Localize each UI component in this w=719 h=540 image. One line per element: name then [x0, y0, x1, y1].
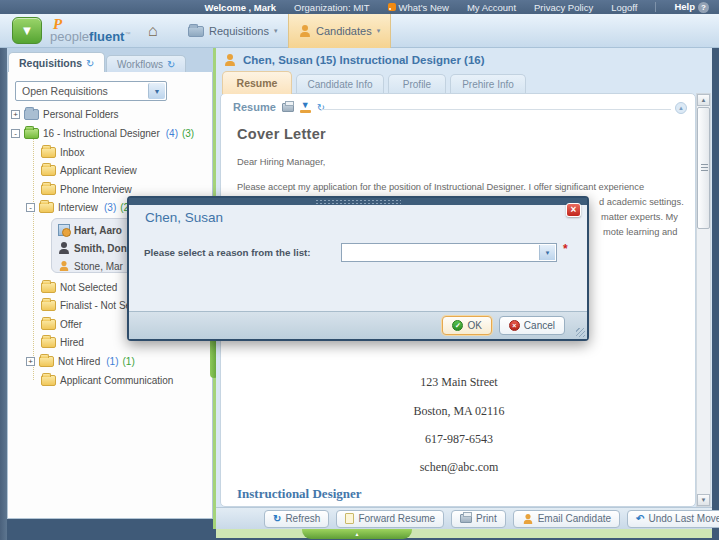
candidate-item-smith[interactable]: Smith, Don	[58, 240, 127, 256]
tree-item-phone-interview[interactable]: Phone Interview	[41, 181, 132, 197]
requisition-filter-select[interactable]: Open Requisitions ▼	[15, 81, 167, 101]
resize-grip[interactable]	[576, 328, 585, 337]
scroll-down-icon[interactable]: ▼	[697, 494, 710, 506]
new-count: (1)	[122, 356, 134, 367]
my-account-link[interactable]: My Account	[467, 2, 516, 13]
stage-folder-icon	[41, 184, 56, 195]
print-icon[interactable]	[282, 103, 294, 112]
resume-panel-header: Resume ▼ ↻	[233, 101, 325, 113]
tree-item-offer[interactable]: Offer	[41, 316, 82, 332]
tab-requisitions[interactable]: Requisitions ↻	[8, 52, 105, 73]
help-icon[interactable]: ?	[698, 2, 709, 13]
peoplefluent-logo: P peoplefluent™	[50, 19, 145, 43]
cancel-button[interactable]: × Cancel	[499, 316, 565, 335]
help-link[interactable]: Help?	[674, 1, 709, 13]
salutation-text: Dear Hiring Manager,	[237, 157, 325, 167]
cover-letter-line-2: d academic settings.	[599, 197, 684, 207]
tree-connector-line	[33, 134, 34, 380]
ok-check-icon: ✓	[452, 320, 463, 331]
collapse-icon[interactable]: -	[26, 203, 35, 212]
reason-dialog: Chen, Susan × Please select a reason fro…	[127, 196, 589, 341]
tab-candidate-info[interactable]: Candidate Info	[296, 74, 384, 94]
tree-item-finalist-not-selected[interactable]: Finalist - Not Sele	[41, 297, 139, 313]
stage-folder-icon	[41, 282, 56, 293]
collapse-icon[interactable]: -	[11, 129, 20, 138]
home-icon: ⌂	[148, 22, 158, 40]
main-nav-bar: ▼ P peoplefluent™ ⌂ Requisitions ▾ Candi…	[0, 14, 719, 48]
stage-folder-icon	[41, 147, 56, 158]
undo-icon: ↶	[636, 513, 644, 524]
stage-folder-icon	[41, 165, 56, 176]
stage-folder-icon	[41, 319, 56, 330]
candidates-menu[interactable]: Candidates ▾	[288, 14, 391, 48]
candidate-header: Chen, Susan (15) Instructional Designer …	[224, 54, 485, 66]
divider	[655, 2, 656, 12]
tab-resume[interactable]: Resume	[222, 71, 292, 94]
logoff-link[interactable]: Logoff	[611, 2, 637, 13]
tree-item-applicant-communication[interactable]: Applicant Communication	[41, 372, 173, 388]
refresh-icon[interactable]: ↻	[167, 59, 175, 70]
stage-folder-icon	[39, 202, 54, 213]
whats-new-link[interactable]: What's New	[388, 2, 449, 13]
candidate-name-title: Chen, Susan (15) Instructional Designer …	[243, 54, 485, 66]
bottom-action-toolbar: ↻ Refresh Forward Resume Print Email Can…	[216, 507, 712, 529]
scrollbar-thumb[interactable]	[697, 107, 710, 229]
tab-workflows[interactable]: Workflows ↻	[106, 55, 186, 73]
tree-item-requisition-16[interactable]: - 16 - Instructional Designer (4) (3)	[11, 125, 194, 141]
email-address: schen@abc.com	[221, 460, 697, 475]
reason-select[interactable]: ▼	[341, 243, 557, 262]
cover-letter-line-4: mote learning and	[603, 227, 677, 237]
tree-item-interview[interactable]: - Interview (3) (2)	[26, 199, 132, 215]
document-icon	[345, 513, 354, 524]
expand-icon[interactable]: +	[11, 110, 20, 119]
undo-last-move-button[interactable]: ↶ Undo Last Move	[627, 510, 719, 528]
collapsed-left-panel-strip[interactable]	[0, 48, 7, 540]
tree-item-applicant-review[interactable]: Applicant Review	[41, 162, 137, 178]
divider	[321, 109, 671, 110]
main-vertical-scrollbar[interactable]: ▲ ▼	[696, 93, 711, 507]
collapse-panel-icon[interactable]: ▲	[675, 102, 687, 114]
refresh-button[interactable]: ↻ Refresh	[264, 510, 329, 528]
expand-icon[interactable]: +	[26, 357, 35, 366]
dialog-footer: ✓ OK × Cancel	[129, 311, 587, 339]
phone-number: 617-987-6543	[221, 432, 697, 447]
dialog-drag-bar[interactable]	[129, 198, 587, 205]
tab-prehire-info[interactable]: Prehire Info	[450, 74, 526, 94]
home-button[interactable]: ⌂	[138, 14, 168, 48]
tree-item-inbox[interactable]: Inbox	[41, 144, 84, 160]
tab-profile[interactable]: Profile	[388, 74, 446, 94]
tree-item-personal-folders[interactable]: + Personal Folders	[11, 106, 119, 122]
open-count: (4)	[166, 128, 178, 139]
requisitions-menu[interactable]: Requisitions ▾	[178, 14, 287, 48]
candidate-item-stone[interactable]: Stone, Mar	[58, 258, 123, 274]
ok-button[interactable]: ✓ OK	[442, 316, 491, 335]
cancel-x-icon: ×	[509, 320, 520, 331]
expand-up-icon: ▲	[355, 531, 360, 537]
stage-folder-icon	[41, 375, 56, 386]
select-arrow-icon[interactable]: ▼	[539, 245, 555, 260]
download-icon[interactable]: ▼	[300, 101, 311, 113]
refresh-icon[interactable]: ↻	[86, 58, 94, 69]
reason-label: Please select a reason from the list:	[144, 247, 311, 258]
new-count: (3)	[182, 128, 194, 139]
refresh-icon[interactable]: ↻	[317, 102, 325, 113]
tree-item-not-hired[interactable]: + Not Hired (1) (1)	[26, 353, 135, 369]
tree-item-not-selected[interactable]: Not Selected	[41, 279, 117, 295]
print-button[interactable]: Print	[451, 510, 506, 528]
cover-letter-line-1: Please accept my application for the pos…	[237, 182, 644, 192]
scroll-up-icon[interactable]: ▲	[697, 94, 710, 106]
stage-folder-icon	[41, 300, 56, 311]
email-candidate-button[interactable]: Email Candidate	[513, 510, 620, 528]
tree-item-hired[interactable]: Hired	[41, 334, 84, 350]
folder-icon	[188, 26, 204, 37]
close-icon[interactable]: ×	[566, 203, 581, 217]
folder-icon	[24, 109, 39, 120]
required-asterisk: *	[563, 242, 568, 256]
privacy-policy-link[interactable]: Privacy Policy	[534, 2, 593, 13]
open-count: (1)	[106, 356, 118, 367]
forward-resume-button[interactable]: Forward Resume	[336, 510, 444, 528]
horizontal-splitter-handle[interactable]: ▲	[302, 529, 412, 539]
dialog-title: Chen, Susan	[145, 210, 223, 225]
horizontal-splitter[interactable]	[216, 529, 712, 538]
candidate-item-hart[interactable]: Hart, Aaro	[58, 222, 122, 238]
